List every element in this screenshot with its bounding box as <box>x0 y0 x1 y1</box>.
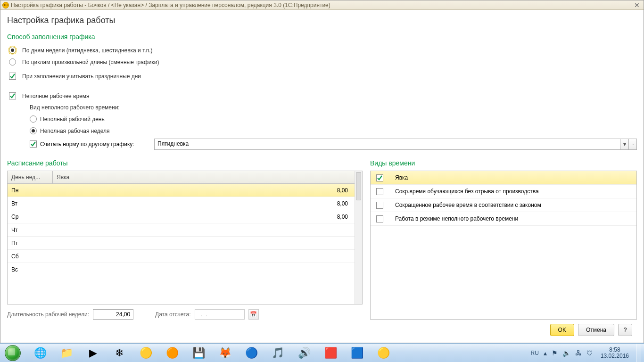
table-row[interactable]: Вс <box>8 263 355 276</box>
taskbar-app-ie[interactable]: 🌐 <box>27 344 53 362</box>
checkbox-timetype[interactable] <box>376 174 383 181</box>
cancel-button-label: Отмена <box>586 327 606 333</box>
tray-date: 13.02.2016 <box>601 353 629 359</box>
radio-by-days[interactable] <box>9 47 16 54</box>
col-attendance-header[interactable]: Явка <box>53 171 355 183</box>
cell-day: Пт <box>8 240 53 247</box>
schedule-grid-header: День нед... Явка <box>8 171 355 184</box>
calendar-icon[interactable]: 📅 <box>248 309 259 320</box>
tray-volume-icon[interactable]: 🔈 <box>562 349 570 357</box>
taskbar-app-1c[interactable]: 🟠 <box>159 344 185 362</box>
table-row[interactable]: Сб <box>8 250 355 263</box>
taskbar-app-explorer[interactable]: 📁 <box>54 344 79 362</box>
app-window: 1C Настройка графика работы - Бочков / <… <box>0 0 644 343</box>
tray-clock[interactable]: 8:58 13.02.2016 <box>598 347 632 359</box>
checkbox-timetype[interactable] <box>376 202 383 209</box>
ok-button[interactable]: OK <box>550 324 574 336</box>
windows-logo-icon <box>5 345 21 361</box>
radio-part-day-label: Неполный рабочий день <box>40 116 105 123</box>
app-icon-1c: 1C <box>2 2 9 8</box>
help-button-label: ? <box>624 327 627 333</box>
norm-schedule-input[interactable]: Пятидневка <box>154 139 620 150</box>
section-fill-method: Способ заполнения графика <box>7 33 637 41</box>
radio-by-cycles[interactable] <box>9 58 16 66</box>
input-week-length[interactable] <box>93 309 133 320</box>
taskbar-app-1c-2[interactable]: 🟡 <box>371 344 396 362</box>
option-by-cycles[interactable]: По циклам произвольной длины (сменные гр… <box>9 58 637 66</box>
schedule-grid-body: Пн8,00Вт8,00Ср8,00ЧтПтСбВс <box>8 184 355 304</box>
ok-button-label: OK <box>558 327 566 333</box>
checkbox-parttime[interactable] <box>9 92 16 99</box>
option-holidays[interactable]: При заполнении учитывать праздничные дни <box>9 73 637 80</box>
checkbox-parttime-label: Неполное рабочее время <box>22 93 90 99</box>
taskbar-app-firefox[interactable]: 🦊 <box>212 344 238 362</box>
taskbar-app-sound[interactable]: 🔊 <box>291 344 317 362</box>
timetype-label: Сокращенное рабочее время в соответствии… <box>389 202 634 208</box>
taskbar-app-media[interactable]: ▶ <box>80 344 106 362</box>
cancel-button[interactable]: Отмена <box>578 324 614 336</box>
checkbox-norm-label: Считать норму по другому графику: <box>40 141 149 148</box>
show-desktop-button[interactable] <box>636 344 641 362</box>
checkbox-norm[interactable] <box>30 140 37 148</box>
option-part-week[interactable]: Неполная рабочая неделя <box>30 127 637 134</box>
label-ref-date: Дата отсчета: <box>155 311 190 318</box>
radio-by-days-label: По дням недели (пятидневка, шестидневка … <box>22 47 153 54</box>
taskbar-app-music[interactable]: 🎵 <box>265 344 290 362</box>
table-row[interactable]: Ср8,00 <box>8 210 355 223</box>
input-ref-date[interactable] <box>195 309 245 320</box>
cell-day: Пн <box>8 187 53 194</box>
taskbar-app-generic1[interactable]: ❄ <box>107 344 132 362</box>
table-row[interactable]: Вт8,00 <box>8 197 355 210</box>
checkbox-holidays-label: При заполнении учитывать праздничные дни <box>22 73 141 80</box>
section-timetypes: Виды времени <box>370 159 637 167</box>
open-dialog-icon[interactable]: ▫ <box>628 139 637 150</box>
table-row[interactable]: Чт <box>8 223 355 237</box>
option-by-days[interactable]: По дням недели (пятидневка, шестидневка … <box>9 47 637 54</box>
cell-day: Вт <box>8 200 53 207</box>
table-row[interactable]: Пн8,00 <box>8 184 355 197</box>
radio-part-day[interactable] <box>30 115 37 123</box>
tray-chevron-up-icon[interactable]: ▴ <box>544 349 547 357</box>
timetypes-grid: ЯвкаСокр.время обучающихся без отрыва от… <box>370 171 637 320</box>
vertical-scrollbar[interactable] <box>355 171 362 304</box>
help-button[interactable]: ? <box>618 324 632 336</box>
col-day-header[interactable]: День нед... <box>8 171 53 183</box>
cell-value[interactable]: 8,00 <box>53 187 355 194</box>
columns: Расписание работы День нед... Явка Пн8,0… <box>7 157 637 320</box>
list-item[interactable]: Сокращенное рабочее время в соответствии… <box>371 198 636 212</box>
dropdown-icon[interactable]: ▾ <box>620 139 628 150</box>
table-row[interactable]: Пт <box>8 237 355 250</box>
tray-shield-icon[interactable]: 🛡 <box>586 349 593 357</box>
taskbar-app-yandex[interactable]: 🟥 <box>318 344 343 362</box>
taskbar-app-1c-v7[interactable]: 🟡 <box>133 344 158 362</box>
list-item[interactable]: Сокр.время обучающихся без отрыва от про… <box>371 185 636 198</box>
dialog-buttons: OK Отмена ? <box>7 320 637 340</box>
taskbar: 🌐 📁 ▶ ❄ 🟡 🟠 💾 🦊 🔵 🎵 🔊 🟥 🟦 🟡 RU ▴ ⚑ 🔈 🖧 🛡… <box>0 343 644 362</box>
tray-network-icon[interactable]: 🖧 <box>575 349 582 357</box>
norm-schedule-select[interactable]: Пятидневка ▾ ▫ <box>154 139 637 150</box>
cell-value[interactable]: 8,00 <box>53 214 355 220</box>
list-item[interactable]: Явка <box>371 171 636 185</box>
scrollbar-thumb[interactable] <box>356 172 361 200</box>
label-parttime-type: Вид неполного рабочего времени: <box>30 104 120 111</box>
list-item[interactable]: Работа в режиме неполного рабочего време… <box>371 212 636 226</box>
dialog-content: Настройка графика работы Способ заполнен… <box>0 10 644 343</box>
tray-flag-icon[interactable]: ⚑ <box>552 349 558 357</box>
taskbar-apps: 🌐 📁 ▶ ❄ 🟡 🟠 💾 🦊 🔵 🎵 🔊 🟥 🟦 🟡 <box>27 344 396 362</box>
taskbar-app-chrome[interactable]: 🔵 <box>239 344 264 362</box>
checkbox-timetype[interactable] <box>376 188 383 195</box>
option-parttime[interactable]: Неполное рабочее время <box>9 92 637 99</box>
start-button[interactable] <box>0 344 25 362</box>
schedule-grid: День нед... Явка Пн8,00Вт8,00Ср8,00ЧтПтС… <box>7 171 363 304</box>
checkbox-holidays[interactable] <box>9 73 16 80</box>
taskbar-app-save[interactable]: 💾 <box>186 344 211 362</box>
tray-language[interactable]: RU <box>531 350 539 356</box>
checkbox-timetype[interactable] <box>376 215 383 222</box>
taskbar-app-skype[interactable]: 🟦 <box>344 344 370 362</box>
schedule-panel: Расписание работы День нед... Явка Пн8,0… <box>7 157 363 320</box>
radio-part-week[interactable] <box>30 127 37 134</box>
radio-part-week-label: Неполная рабочая неделя <box>40 128 110 134</box>
cell-value[interactable]: 8,00 <box>53 200 355 207</box>
option-part-day[interactable]: Неполный рабочий день <box>30 115 637 123</box>
close-icon[interactable]: ✕ <box>632 1 642 9</box>
